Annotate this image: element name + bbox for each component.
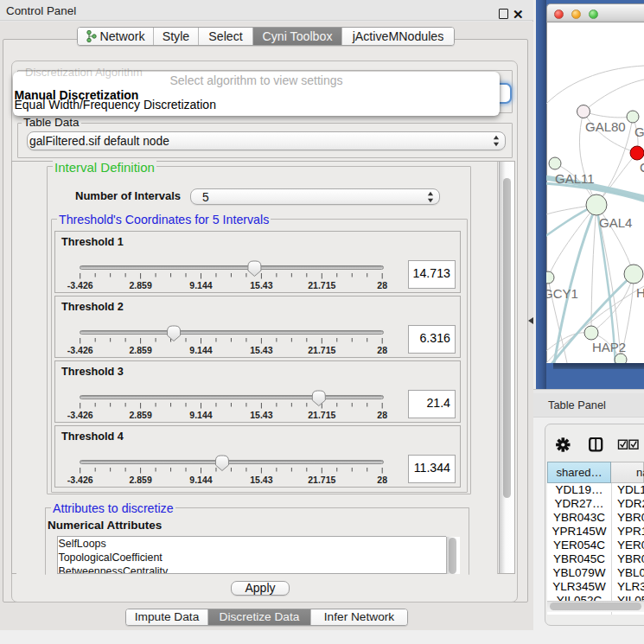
svg-text:HIS7: HIS7 <box>636 285 644 300</box>
svg-text:GAL11: GAL11 <box>555 171 595 186</box>
svg-text:HAP2: HAP2 <box>592 340 626 354</box>
svg-text:CYC8: CYC8 <box>640 160 644 175</box>
svg-text:GAL4: GAL4 <box>599 215 632 230</box>
svg-text:GAL80: GAL80 <box>585 119 626 134</box>
svg-text:GCY1: GCY1 <box>546 286 578 301</box>
svg-text:GAL7: GAL7 <box>634 124 644 139</box>
